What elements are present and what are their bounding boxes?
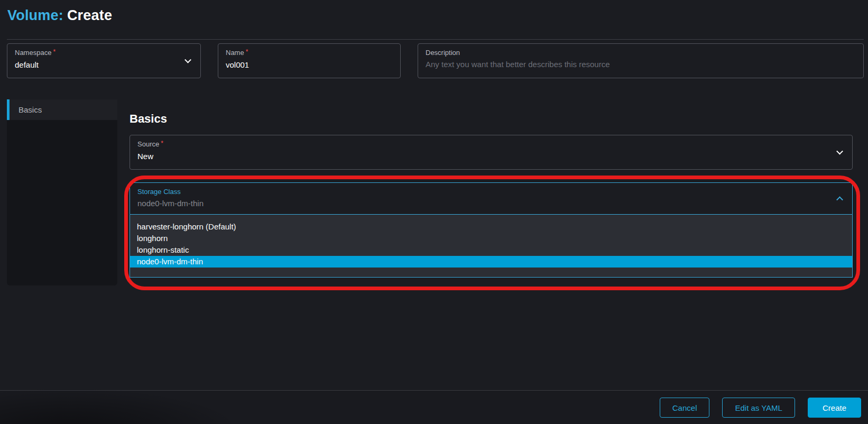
cancel-button[interactable]: Cancel: [660, 398, 710, 418]
tab-sidebar-panel: [7, 120, 117, 285]
storage-class-value: node0-lvm-dm-thin: [137, 199, 845, 208]
storage-class-select[interactable]: Storage Class node0-lvm-dm-thin: [130, 182, 853, 215]
basics-panel: Basics Source* New Storage Class node0-l…: [130, 112, 853, 278]
footer-actions: Cancel Edit as YAML Create: [660, 398, 861, 418]
source-value: New: [137, 152, 845, 161]
namespace-select[interactable]: Namespace* default: [7, 43, 201, 78]
description-input[interactable]: [426, 60, 856, 69]
namespace-label: Namespace*: [15, 49, 193, 57]
name-field[interactable]: Name*: [218, 43, 401, 78]
description-label: Description: [426, 49, 856, 57]
edit-as-yaml-button[interactable]: Edit as YAML: [722, 398, 795, 418]
required-asterisk: *: [53, 48, 56, 56]
title-divider: [7, 39, 864, 40]
create-button[interactable]: Create: [808, 398, 861, 418]
name-input[interactable]: [226, 60, 393, 70]
storage-class-group: Storage Class node0-lvm-dm-thin harveste…: [130, 182, 853, 278]
page-title-resource: Volume:: [7, 7, 63, 23]
source-label: Source*: [137, 140, 845, 149]
storage-class-option[interactable]: harvester-longhorn (Default): [130, 221, 852, 233]
tab-basics[interactable]: Basics: [7, 99, 117, 120]
storage-class-label: Storage Class: [137, 188, 845, 196]
page-title-action: Create: [67, 7, 112, 23]
panel-heading: Basics: [130, 112, 853, 126]
name-label: Name*: [226, 49, 393, 57]
tab-basics-label: Basics: [19, 105, 42, 114]
source-select[interactable]: Source* New: [130, 135, 853, 170]
meta-fields-row: Namespace* default Name* Description: [7, 43, 864, 78]
volume-create-page: Volume:Create Namespace* default Name* D…: [0, 0, 868, 424]
required-asterisk: *: [246, 48, 248, 56]
storage-class-option[interactable]: longhorn-static: [130, 244, 852, 256]
storage-class-dropdown: harvester-longhorn (Default)longhornlong…: [130, 215, 853, 278]
page-title: Volume:Create: [7, 7, 112, 24]
description-field[interactable]: Description: [418, 43, 864, 78]
section-tab-sidebar: Basics: [7, 99, 117, 285]
namespace-value: default: [15, 60, 193, 70]
storage-class-option-selected[interactable]: node0-lvm-dm-thin: [130, 256, 852, 268]
required-asterisk: *: [161, 140, 163, 147]
storage-class-option[interactable]: longhorn: [130, 233, 852, 244]
